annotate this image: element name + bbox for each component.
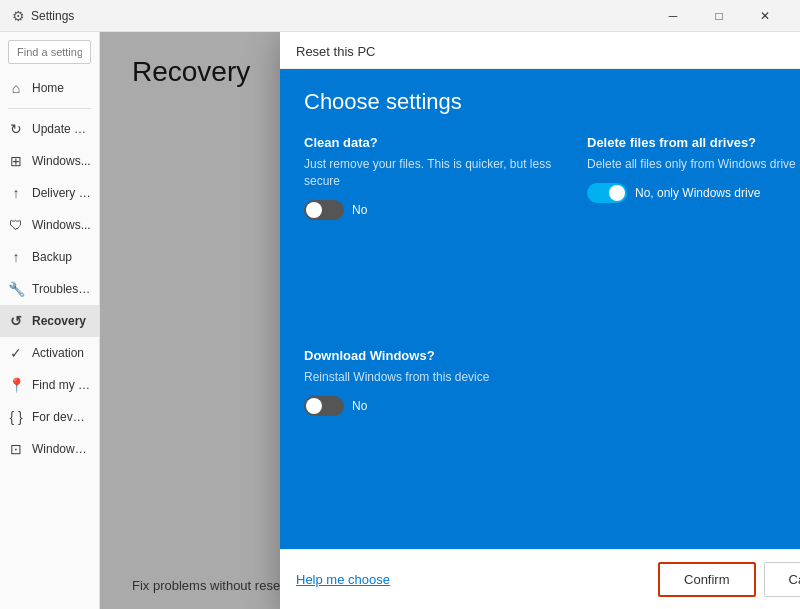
sidebar-item-recovery[interactable]: ↺ Recovery: [0, 305, 99, 337]
dialog-footer: Help me choose Confirm Cancel: [280, 549, 800, 609]
sidebar-item-findmydevice[interactable]: 📍 Find my device: [0, 369, 99, 401]
sidebar-item-developers[interactable]: { } For developers: [0, 401, 99, 433]
delete-files-value: No, only Windows drive: [635, 186, 760, 200]
delete-files-desc: Delete all files only from Windows drive: [587, 156, 800, 173]
download-windows-desc: Reinstall Windows from this device: [304, 369, 563, 386]
confirm-button[interactable]: Confirm: [658, 562, 756, 597]
sidebar-item-label: Activation: [32, 346, 84, 360]
settings-grid: Clean data? Just remove your files. This…: [304, 135, 800, 529]
sidebar-item-update[interactable]: ↻ Update & Secu...: [0, 113, 99, 145]
cancel-button[interactable]: Cancel: [764, 562, 800, 597]
sidebar-item-label: Find my device: [32, 378, 91, 392]
location-icon: 📍: [8, 377, 24, 393]
sidebar-item-label: Troublesh...: [32, 282, 91, 296]
help-me-choose-link[interactable]: Help me choose: [296, 572, 390, 587]
sidebar-item-insider[interactable]: ⊡ Windows Insider Program: [0, 433, 99, 465]
sidebar-item-delivery[interactable]: ↑ Delivery C...: [0, 177, 99, 209]
delete-files-toggle-row: No, only Windows drive: [587, 183, 800, 203]
maximize-button[interactable]: □: [696, 0, 742, 32]
clean-data-desc: Just remove your files. This is quicker,…: [304, 156, 563, 190]
clean-data-toggle[interactable]: [304, 200, 344, 220]
download-windows-toggle[interactable]: [304, 396, 344, 416]
clean-data-toggle-row: No: [304, 200, 563, 220]
clean-data-value: No: [352, 203, 367, 217]
settings-icon: ⚙: [12, 8, 25, 24]
reset-dialog: Reset this PC Choose settings Clean data…: [280, 32, 800, 609]
sidebar-item-label: Windows Insider Program: [32, 442, 91, 456]
recovery-icon: ↺: [8, 313, 24, 329]
dialog-tab-label: Reset this PC: [296, 44, 375, 59]
dialog-title: Choose settings: [304, 89, 800, 115]
empty-cell: [587, 348, 800, 529]
toggle-knob: [609, 185, 625, 201]
delivery-icon: ↑: [8, 185, 24, 201]
sidebar-item-label: Delivery C...: [32, 186, 91, 200]
sidebar-item-backup[interactable]: ↑ Backup: [0, 241, 99, 273]
delete-files-label: Delete files from all drives?: [587, 135, 800, 150]
clean-data-label: Clean data?: [304, 135, 563, 150]
sidebar-item-windows2[interactable]: 🛡 Windows...: [0, 209, 99, 241]
download-windows-label: Download Windows?: [304, 348, 563, 363]
sidebar-item-troubleshoot[interactable]: 🔧 Troublesh...: [0, 273, 99, 305]
clean-data-block: Clean data? Just remove your files. This…: [304, 135, 563, 332]
download-windows-toggle-row: No: [304, 396, 563, 416]
sidebar-item-label: For developers: [32, 410, 91, 424]
sidebar-item-label: Recovery: [32, 314, 86, 328]
sidebar-item-label: Windows...: [32, 154, 91, 168]
delete-files-toggle[interactable]: [587, 183, 627, 203]
titlebar: ⚙ Settings ─ □ ✕: [0, 0, 800, 32]
download-windows-block: Download Windows? Reinstall Windows from…: [304, 348, 563, 529]
titlebar-title: Settings: [31, 9, 650, 23]
app-body: ⌂ Home ↻ Update & Secu... ⊞ Windows... ↑…: [0, 32, 800, 609]
sidebar-item-label: Update & Secu...: [32, 122, 91, 136]
sidebar-divider: [8, 108, 91, 109]
delete-files-block: Delete files from all drives? Delete all…: [587, 135, 800, 332]
backup-icon: ↑: [8, 249, 24, 265]
windows-icon: ⊞: [8, 153, 24, 169]
insider-icon: ⊡: [8, 441, 24, 457]
footer-buttons: Confirm Cancel: [658, 562, 800, 597]
sidebar-item-activation[interactable]: ✓ Activation: [0, 337, 99, 369]
code-icon: { }: [8, 409, 24, 425]
shield-icon: 🛡: [8, 217, 24, 233]
dialog-header: Reset this PC: [280, 32, 800, 69]
sidebar-item-home[interactable]: ⌂ Home: [0, 72, 99, 104]
close-button[interactable]: ✕: [742, 0, 788, 32]
sidebar-item-windows[interactable]: ⊞ Windows...: [0, 145, 99, 177]
sidebar: ⌂ Home ↻ Update & Secu... ⊞ Windows... ↑…: [0, 32, 100, 609]
activation-icon: ✓: [8, 345, 24, 361]
toggle-knob: [306, 202, 322, 218]
sidebar-item-label: Home: [32, 81, 64, 95]
dialog-body: Choose settings Clean data? Just remove …: [280, 69, 800, 549]
sidebar-item-label: Windows...: [32, 218, 91, 232]
update-icon: ↻: [8, 121, 24, 137]
toggle-knob: [306, 398, 322, 414]
main-content: Recovery Fix problems without resetting …: [100, 32, 800, 609]
home-icon: ⌂: [8, 80, 24, 96]
search-input[interactable]: [8, 40, 91, 64]
download-windows-value: No: [352, 399, 367, 413]
wrench-icon: 🔧: [8, 281, 24, 297]
minimize-button[interactable]: ─: [650, 0, 696, 32]
modal-overlay: Reset this PC Choose settings Clean data…: [100, 32, 800, 609]
sidebar-item-label: Backup: [32, 250, 72, 264]
window-controls: ─ □ ✕: [650, 0, 788, 32]
